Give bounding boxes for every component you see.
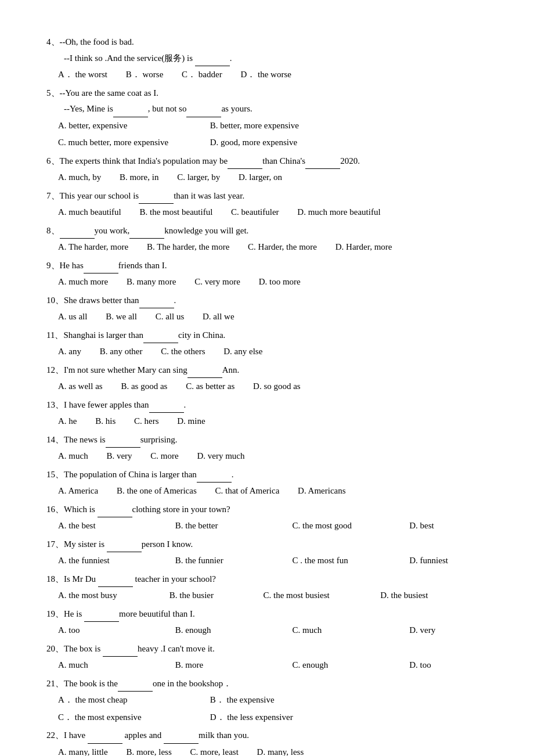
q11-optB: B. any other: [100, 344, 143, 359]
q19-optC: C. much: [293, 623, 391, 638]
q10-line: 10、She draws better than .: [46, 293, 488, 309]
q14-line: 14、The news is surprising.: [46, 433, 488, 448]
q20-optD: D. too: [409, 658, 431, 673]
q21-optB: B． the expensive: [210, 693, 275, 708]
q13-optD: D. mine: [177, 414, 205, 429]
q19-line: 19、He is more beuutiful than I.: [46, 607, 488, 622]
q15-options: A. America B. the one of Americas C. tha…: [58, 484, 488, 499]
q5-number: 5、--You are the same coat as I.: [46, 86, 488, 101]
q8-optD: D. Harder, more: [335, 240, 392, 255]
q9-options: A. much more B. many more C. very more D…: [58, 275, 488, 290]
q16-optD: D. best: [409, 519, 434, 534]
q5-optC: C. much better, more expensive: [58, 135, 192, 150]
question-13: 13、I have fewer apples than . A. he B. h…: [46, 398, 488, 429]
q6-optB: B. more, in: [120, 170, 159, 185]
question-16: 16、Which is clothing store in your town?…: [46, 502, 488, 534]
q18-optA: A. the most busy: [58, 588, 151, 603]
q18-optC: C. the most busiest: [264, 588, 362, 603]
q21-optC: C． the most expensive: [58, 710, 192, 725]
question-12: 12、I'm not sure whether Mary can sing An…: [46, 363, 488, 394]
q8-optC: C. Harder, the more: [248, 240, 317, 255]
q8-line: 8、 you work, knowledge you will get.: [46, 224, 488, 239]
question-8: 8、 you work, knowledge you will get. A. …: [46, 224, 488, 255]
q15-optC: C. that of America: [215, 484, 280, 499]
q17-optC: C . the most fun: [293, 553, 391, 568]
q19-options: A. too B. enough C. much D. very: [58, 623, 488, 638]
q22-optA: A. many, little: [58, 745, 108, 757]
q22-optD: D. many, less: [257, 745, 304, 757]
q15-line: 15、The population of China is larger tha…: [46, 467, 488, 483]
q19-optA: A. too: [58, 623, 157, 638]
q16-optA: A. the best: [58, 519, 157, 534]
q10-options: A. us all B. we all C. all us D. all we: [58, 309, 488, 325]
q20-options: A. much B. more C. enough D. too: [58, 658, 488, 673]
q12-line: 12、I'm not sure whether Mary can sing An…: [46, 363, 488, 379]
q4-options: A． the worst B． worse C． badder D． the w…: [58, 67, 488, 82]
q11-line: 11、Shanghai is larger than city in China…: [46, 328, 488, 344]
q6-optA: A. much, by: [58, 170, 101, 185]
question-20: 20、The box is heavy .I can't move it. A.…: [46, 642, 488, 673]
q4-optA: A． the worst: [58, 67, 107, 82]
q14-optD: D. very much: [197, 449, 244, 464]
question-15: 15、The population of China is larger tha…: [46, 467, 488, 499]
q16-optC: C. the most good: [293, 519, 391, 534]
q11-optA: A. any: [58, 344, 81, 359]
q14-options: A. much B. very C. more D. very much: [58, 449, 488, 464]
q12-optA: A. as well as: [58, 379, 103, 394]
q10-optC: C. all us: [156, 309, 185, 325]
exam-content: 4、--Oh, the food is bad. --I think so .A…: [46, 35, 488, 756]
q18-line: 18、Is Mr Du teacher in your school?: [46, 572, 488, 588]
q6-options: A. much, by B. more, in C. larger, by D.…: [58, 170, 488, 185]
q14-optA: A. much: [58, 449, 88, 464]
q17-options: A. the funniest B. the funnier C . the m…: [58, 553, 488, 568]
q11-optD: D. any else: [223, 344, 262, 359]
q21-optA: A． the most cheap: [58, 693, 192, 708]
q13-options: A. he B. his C. hers D. mine: [58, 414, 488, 429]
q17-optD: D. funniest: [409, 553, 448, 568]
q11-optC: C. the others: [161, 344, 205, 359]
question-17: 17、My sister is person I know. A. the fu…: [46, 537, 488, 568]
q13-optB: B. his: [95, 414, 116, 429]
q12-optB: B. as good as: [121, 379, 167, 394]
q12-options: A. as well as B. as good as C. as better…: [58, 379, 488, 394]
q20-line: 20、The box is heavy .I can't move it.: [46, 642, 488, 657]
q12-optC: C. as better as: [186, 379, 234, 394]
q6-line: 6、The experts think that India's populat…: [46, 154, 488, 170]
q17-optB: B. the funnier: [175, 553, 274, 568]
q5-optD: D. good, more expensive: [210, 135, 297, 150]
q5-line2: --Yes, Mine is , but not so as yours.: [46, 102, 488, 117]
q22-optC: C. more, least: [190, 745, 239, 757]
q22-options: A. many, little B. more, less C. more, l…: [58, 745, 488, 757]
q21-optD: D． the less expensiver: [210, 710, 293, 725]
q10-optB: B. we all: [106, 309, 137, 325]
q20-optC: C. enough: [293, 658, 391, 673]
q21-line: 21、The book is the one in the bookshop．: [46, 676, 488, 692]
q10-optA: A. us all: [58, 309, 87, 325]
q15-optB: B. the one of Americas: [117, 484, 197, 499]
question-5: 5、--You are the same coat as I. --Yes, M…: [46, 86, 488, 150]
q5-optA: A. better, expensive: [58, 118, 192, 134]
q13-optA: A. he: [58, 414, 77, 429]
q5-optrow2: C. much better, more expensive D. good, …: [58, 135, 488, 150]
q7-optA: A. much beautiful: [58, 205, 121, 220]
q12-optD: D. so good as: [253, 379, 301, 394]
q6-optD: D. larger, on: [239, 170, 282, 185]
q4-optB: B． worse: [126, 67, 164, 82]
q20-optB: B. more: [175, 658, 274, 673]
q19-optB: B. enough: [175, 623, 274, 638]
question-18: 18、Is Mr Du teacher in your school? A. t…: [46, 572, 488, 603]
q13-line: 13、I have fewer apples than .: [46, 398, 488, 413]
q7-optB: B. the most beautiful: [139, 205, 212, 220]
q9-optD: D. too more: [259, 275, 301, 290]
question-4: 4、--Oh, the food is bad. --I think so .A…: [46, 35, 488, 82]
q7-optC: C. beautifuler: [231, 205, 279, 220]
q5-optrow1: A. better, expensive B. better, more exp…: [58, 118, 488, 134]
q6-optC: C. larger, by: [177, 170, 220, 185]
q19-optD: D. very: [409, 623, 435, 638]
question-7: 7、This year our school is than it was la…: [46, 189, 488, 220]
q17-line: 17、My sister is person I know.: [46, 537, 488, 553]
question-9: 9、He has friends than I. A. much more B.…: [46, 258, 488, 290]
q16-options: A. the best B. the better C. the most go…: [58, 519, 488, 534]
q4-optC: C． badder: [182, 67, 222, 82]
question-11: 11、Shanghai is larger than city in China…: [46, 328, 488, 359]
